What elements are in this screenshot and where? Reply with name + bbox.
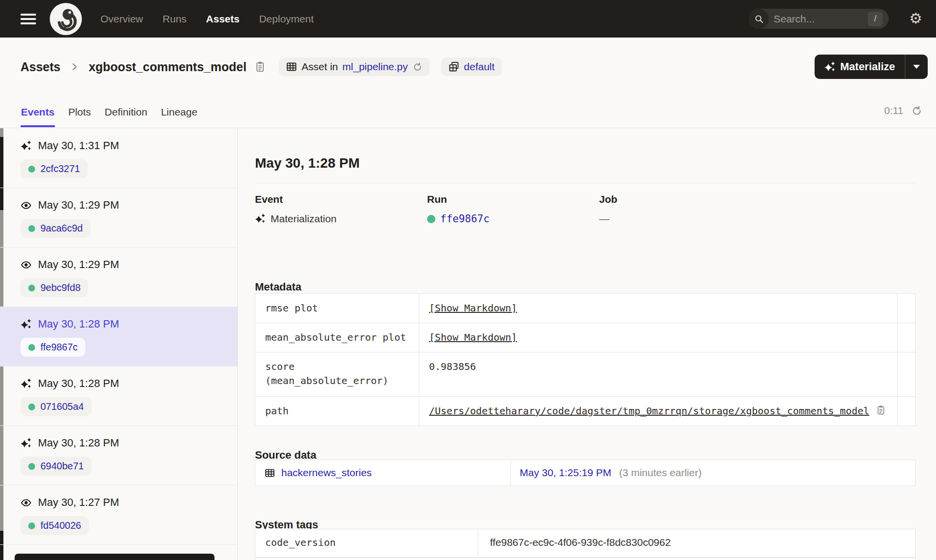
event-list-item[interactable]: May 30, 1:31 PM 2cfc3271: [0, 129, 237, 188]
run-id-badge[interactable]: fd540026: [20, 516, 89, 535]
asset-table-icon: [286, 61, 297, 73]
run-id-link: 9aca6c9d: [40, 223, 83, 234]
source-timestamp-link[interactable]: May 30, 1:25:19 PM: [520, 467, 611, 479]
breadcrumb: Assets xgboost_comments_model: [20, 60, 247, 74]
table-row: path /Users/odetteharary/code/dagster/tm…: [255, 397, 915, 425]
search-input[interactable]: [769, 13, 868, 25]
source-asset-link[interactable]: hackernews_stories: [281, 467, 372, 479]
sparkles-icon: [20, 378, 32, 389]
event-list-item[interactable]: May 30, 1:28 PM 071605a4: [0, 367, 237, 426]
reload-definition-icon[interactable]: [412, 62, 423, 72]
asset-group-icon: [448, 61, 460, 73]
sparkles-icon: [255, 213, 266, 224]
job-label: Job: [599, 193, 771, 205]
table-row: score (mean_absolute_error) 0.983856: [255, 352, 915, 397]
eye-icon: [20, 497, 32, 508]
run-id-badge[interactable]: 2cfc3271: [20, 159, 88, 178]
pipeline-file-link[interactable]: ml_pipeline.py: [342, 61, 408, 73]
metadata-key: score (mean_absolute_error): [255, 352, 419, 396]
run-id-link: fd540026: [40, 520, 81, 531]
search-icon: [749, 9, 769, 29]
nav-item-deployment[interactable]: Deployment: [259, 13, 313, 25]
event-timestamp: May 30, 1:28 PM: [38, 377, 119, 390]
eye-icon: [20, 259, 32, 270]
materialize-dropdown-button[interactable]: [905, 55, 928, 79]
run-id-badge[interactable]: 9ebc9fd8: [20, 278, 88, 297]
primary-nav: Overview Runs Assets Deployment: [100, 13, 314, 25]
refresh-icon[interactable]: [911, 105, 922, 116]
materialize-label: Materialize: [840, 60, 896, 73]
run-status-dot: [28, 225, 35, 232]
run-status-dot: [427, 215, 435, 223]
empty-cell: [897, 323, 917, 352]
dagster-logo[interactable]: [50, 3, 82, 35]
metadata-heading: Metadata: [255, 281, 301, 293]
chevron-right-icon: [69, 61, 80, 73]
run-label: Run: [427, 193, 599, 205]
asset-definition-badge: Asset in ml_pipeline.py: [279, 58, 429, 76]
nav-item-assets[interactable]: Assets: [206, 13, 240, 25]
table-row: mean_absolute_error plot [Show Markdown]: [255, 323, 915, 352]
chevron-down-icon: [913, 65, 920, 69]
path-link[interactable]: /Users/odetteharary/code/dagster/tmp_0mz…: [429, 404, 869, 418]
divider: [255, 183, 916, 183]
gear-icon[interactable]: ⚙: [909, 11, 922, 26]
metadata-value: 0.983856: [429, 360, 476, 374]
event-type-value: Materialization: [271, 213, 336, 225]
menu-icon[interactable]: [20, 14, 36, 24]
source-timestamp-note: (3 minutes earlier): [619, 467, 702, 479]
asset-in-label: Asset in: [302, 61, 338, 73]
materialize-button[interactable]: Materialize: [815, 55, 905, 79]
system-tags-table: code_version ffe9867c-ec9c-4f06-939c-f8d…: [255, 529, 916, 560]
event-timestamp: May 30, 1:28 PM: [38, 318, 119, 330]
event-list-item[interactable]: May 30, 1:28 PM 6940be71: [0, 426, 237, 485]
sparkles-icon: [20, 438, 32, 449]
run-id-badge[interactable]: ffe9867c: [20, 338, 85, 357]
nav-item-overview[interactable]: Overview: [100, 13, 143, 25]
event-timestamp: May 30, 1:31 PM: [38, 139, 119, 152]
event-timestamp: May 30, 1:29 PM: [38, 258, 119, 271]
asset-name-title: xgboost_comments_model: [89, 60, 247, 74]
nav-item-runs[interactable]: Runs: [163, 13, 187, 25]
tab-definition[interactable]: Definition: [104, 96, 148, 128]
system-tag-key: code_version: [255, 529, 478, 557]
empty-cell: [897, 352, 917, 396]
metadata-table: rmse plot [Show Markdown] mean_absolute_…: [255, 293, 916, 426]
event-list-item[interactable]: May 30, 1:29 PM 9ebc9fd8: [0, 248, 237, 307]
run-id-link[interactable]: ffe9867c: [440, 213, 489, 225]
run-id-badge[interactable]: 6940be71: [20, 457, 92, 476]
event-list-item-selected[interactable]: May 30, 1:28 PM ffe9867c: [0, 307, 237, 367]
asset-tabs-bar: Events Plots Definition Lineage 0:11: [0, 96, 936, 128]
asset-header: Assets xgboost_comments_model Asset in m…: [20, 55, 502, 79]
source-data-table: hackernews_stories May 30, 1:25:19 PM (3…: [255, 460, 916, 486]
event-detail-panel: May 30, 1:28 PM Event Materialization Ru…: [255, 129, 936, 560]
eye-icon: [20, 200, 32, 211]
event-list-sidebar: May 30, 1:31 PM 2cfc3271 May 30, 1:29 PM…: [0, 129, 238, 560]
tab-lineage[interactable]: Lineage: [160, 96, 198, 128]
table-row: rmse plot [Show Markdown]: [255, 294, 915, 323]
run-status-dot: [28, 285, 35, 291]
show-markdown-link[interactable]: [Show Markdown]: [429, 301, 517, 315]
run-status-dot: [28, 166, 35, 173]
run-id-badge[interactable]: 071605a4: [20, 397, 92, 416]
copy-asset-name-icon[interactable]: [254, 60, 266, 73]
event-detail-title: May 30, 1:28 PM: [255, 155, 360, 171]
event-summary: Event Materialization Run ffe9867c Job —: [255, 193, 771, 225]
global-search[interactable]: /: [749, 9, 889, 29]
run-status-dot: [28, 344, 35, 351]
metadata-key: mean_absolute_error plot: [255, 323, 419, 352]
event-list-item[interactable]: May 30, 1:29 PM 9aca6c9d: [0, 188, 237, 248]
tab-plots[interactable]: Plots: [68, 96, 92, 128]
breadcrumb-assets-link[interactable]: Assets: [20, 60, 60, 74]
event-timestamp: May 30, 1:27 PM: [38, 496, 119, 509]
event-list-item[interactable]: May 30, 1:27 PM fd540026: [0, 485, 237, 545]
asset-group-badge[interactable]: default: [441, 58, 502, 76]
search-shortcut-key: /: [868, 12, 883, 26]
tab-events[interactable]: Events: [20, 96, 55, 128]
materialize-split-button: Materialize: [815, 55, 928, 79]
run-id-link: 2cfc3271: [40, 163, 80, 174]
copy-path-icon[interactable]: [875, 405, 886, 416]
show-markdown-link[interactable]: [Show Markdown]: [429, 330, 517, 345]
asset-group-link: default: [464, 61, 495, 73]
run-id-badge[interactable]: 9aca6c9d: [20, 219, 91, 238]
